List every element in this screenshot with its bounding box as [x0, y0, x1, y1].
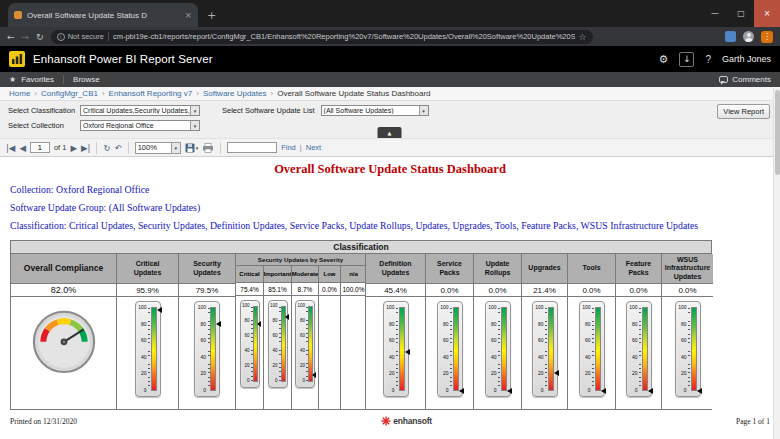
- linear-gauge: 100806040200: [194, 301, 220, 397]
- find-next-divider: |: [300, 143, 302, 152]
- comments-button[interactable]: Comments: [719, 75, 771, 84]
- previous-page-button[interactable]: ◀: [19, 143, 26, 153]
- find-input[interactable]: [227, 142, 277, 153]
- url-text: cm-pbi19e-cb1/reports/report/ConfigMgr_C…: [113, 32, 575, 41]
- favorites-star-icon: ★: [9, 75, 16, 84]
- info-icon: i: [57, 33, 65, 41]
- breadcrumb-software-updates[interactable]: Software Updates: [203, 89, 267, 98]
- column-header: Critical: [236, 266, 263, 283]
- column-security-updates: Security Updates 79.5% 100806040200: [178, 254, 235, 409]
- browser-window: Overall Software Update Status D × + — □…: [0, 0, 780, 439]
- profile-avatar-icon[interactable]: [743, 31, 754, 42]
- breadcrumb-enhansoft-reporting[interactable]: Enhansoft Reporting v7: [109, 89, 193, 98]
- tab-title: Overall Software Update Status D: [27, 11, 179, 20]
- powerbi-logo-icon: [9, 51, 25, 67]
- new-tab-button[interactable]: +: [207, 9, 216, 22]
- scrollbar[interactable]: [773, 88, 780, 439]
- column-header: Tools: [568, 254, 615, 284]
- forward-icon[interactable]: →: [22, 32, 30, 42]
- column-service-packs: Service Packs 0.0% 100806040200: [425, 254, 473, 409]
- severity-na: n/a 100.0%: [340, 266, 366, 409]
- software-update-list-value: (All Software Updates): [322, 107, 419, 114]
- column-header: Critical Updates: [117, 254, 178, 284]
- collection-value: Oxford Regional Office: [81, 122, 190, 129]
- next-page-button[interactable]: ▶: [70, 143, 77, 153]
- column-value: 0.0%: [568, 284, 615, 297]
- last-page-button[interactable]: ▶|: [81, 143, 90, 153]
- breadcrumb-separator: ›: [270, 89, 273, 98]
- url-omnibox[interactable]: i Not secure cm-pbi19e-cb1/reports/repor…: [51, 30, 593, 44]
- classification-dropdown[interactable]: Critical Updates,Security Updates, ▾: [80, 105, 200, 116]
- window-controls: — □ ×: [702, 0, 780, 27]
- zoom-value: 100%: [136, 143, 171, 152]
- extension-icon[interactable]: [725, 31, 736, 42]
- software-update-list-dropdown[interactable]: (All Software Updates) ▾: [321, 105, 429, 116]
- security-chip[interactable]: i Not secure: [57, 32, 104, 41]
- breadcrumb: Home › ConfigMgr_CB1 › Enhansoft Reporti…: [0, 87, 780, 101]
- column-upgrades: Upgrades 21.4% 100806040200: [521, 254, 567, 409]
- view-report-button[interactable]: View Report: [717, 104, 770, 119]
- column-header: n/a: [341, 266, 366, 283]
- window-close-button[interactable]: ×: [754, 0, 780, 27]
- app-header-actions: ⚙ ↓ ? Garth Jones: [659, 52, 771, 67]
- linear-gauge: 100806040200: [268, 300, 288, 388]
- linear-gauge: 100806040200: [579, 301, 605, 397]
- chevron-down-icon: ▾: [419, 106, 428, 115]
- breadcrumb-home[interactable]: Home: [9, 89, 30, 98]
- back-icon[interactable]: ←: [7, 32, 15, 42]
- chevron-down-icon: ▾: [196, 145, 199, 151]
- window-minimize-button[interactable]: —: [702, 0, 728, 27]
- enhansoft-logo-text: enhansoft: [393, 416, 432, 426]
- tab-close-icon[interactable]: ×: [184, 10, 192, 20]
- linear-gauge: 100806040200: [532, 301, 558, 397]
- user-name[interactable]: Garth Jones: [722, 54, 771, 64]
- nav-favorites[interactable]: Favorites: [21, 75, 54, 84]
- first-page-button[interactable]: |◀: [6, 143, 15, 153]
- page-count-label: of 1: [54, 143, 67, 152]
- page-number-input[interactable]: [30, 142, 50, 153]
- comment-bubble-icon: [719, 76, 728, 83]
- column-header: WSUS Infrastructure Updates: [662, 254, 713, 284]
- window-maximize-button[interactable]: □: [728, 0, 754, 27]
- report-classification-line: Classification: Critical Updates, Securi…: [10, 220, 770, 231]
- back-to-parent-icon[interactable]: ↶: [115, 143, 122, 153]
- column-value: 8.7%: [292, 283, 318, 296]
- comments-label: Comments: [732, 75, 771, 84]
- column-header: Security Updates: [179, 254, 235, 284]
- nav-browse[interactable]: Browse: [73, 75, 100, 84]
- browser-menu-icon[interactable]: ⋮: [761, 31, 773, 43]
- printer-icon: [202, 143, 214, 153]
- linear-gauge: 100806040200: [383, 301, 409, 397]
- column-update-rollups: Update Rollups 0.0% 100806040200: [473, 254, 521, 409]
- column-header: Important: [264, 266, 291, 283]
- help-icon[interactable]: ?: [705, 54, 711, 65]
- zoom-dropdown[interactable]: 100% ▾: [135, 142, 181, 154]
- browser-tab-bar: Overall Software Update Status D × + — □…: [0, 0, 780, 27]
- security-label: Not secure: [68, 32, 104, 41]
- refresh-report-icon[interactable]: ↻: [103, 143, 110, 153]
- severity-group-header: Security Updates by Severity: [236, 254, 365, 266]
- column-header: Overall Compliance: [11, 254, 116, 284]
- download-icon[interactable]: ↓: [679, 52, 694, 67]
- linear-gauge: 100806040200: [626, 301, 652, 397]
- bookmark-star-icon[interactable]: ☆: [579, 32, 587, 42]
- scrollbar-thumb[interactable]: [775, 90, 780, 175]
- browser-tab[interactable]: Overall Software Update Status D ×: [8, 3, 198, 27]
- collection-dropdown[interactable]: Oxford Regional Office ▾: [80, 120, 200, 131]
- linear-gauge: 100806040200: [135, 301, 161, 397]
- column-value: 100.0%: [341, 283, 366, 296]
- enhansoft-logo: enhansoft: [381, 416, 432, 426]
- gear-icon[interactable]: ⚙: [659, 53, 669, 66]
- next-link[interactable]: Next: [306, 143, 321, 152]
- column-value: 21.4%: [522, 284, 567, 297]
- report-footer: Printed on 12/31/2020 enhansoft Page 1 o…: [0, 416, 780, 426]
- parameter-collapse-toggle[interactable]: ▲: [378, 127, 402, 138]
- print-button[interactable]: [202, 139, 214, 157]
- portal-nav-bar: ★ Favorites Browse Comments: [0, 72, 780, 87]
- export-save-icon[interactable]: ▾: [185, 143, 199, 153]
- find-link[interactable]: Find: [281, 143, 296, 152]
- breadcrumb-configmgr[interactable]: ConfigMgr_CB1: [41, 89, 98, 98]
- collection-label: Select Collection: [8, 121, 80, 130]
- chevron-down-icon: ▾: [190, 106, 199, 115]
- refresh-icon[interactable]: ↻: [36, 32, 44, 42]
